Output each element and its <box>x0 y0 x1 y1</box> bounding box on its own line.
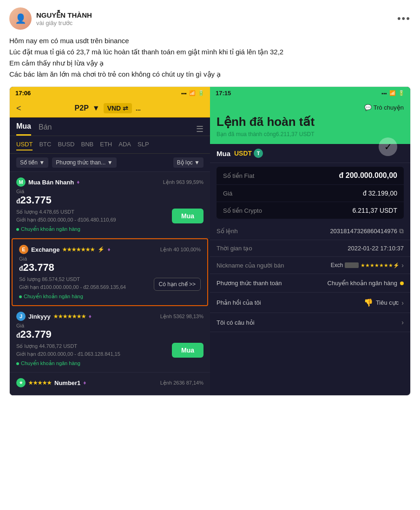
ls-coin-usdt[interactable]: USDT <box>16 141 33 150</box>
ls-coin-bnb[interactable]: BNB <box>81 141 94 150</box>
merchant-2-price: đ23.778 <box>19 262 201 274</box>
usdt-icon: T <box>254 149 263 158</box>
ls-tabs: Mua Bán ☰ <box>10 118 210 136</box>
rs-status-bar: 17:15 ▪▪▪ 📶 🔋 <box>210 87 410 99</box>
rs-price-label: Giá <box>223 190 232 197</box>
rs-title: Lệnh đã hoàn tất <box>217 115 404 129</box>
ls-nav-currency[interactable]: VND ⇄ <box>104 103 132 113</box>
post-text: Hôm nay em có mua usdt trên binance Lúc … <box>9 35 411 80</box>
ls-nav-more[interactable]: ... <box>136 105 141 112</box>
rs-question-row[interactable]: Tôi có câu hỏi › <box>210 313 410 332</box>
ls-filter-payment[interactable]: Phương thức than... ▼ <box>52 157 116 168</box>
rs-payment-value: Chuyển khoản ngân hàng <box>328 280 397 287</box>
post-line-2: Lúc đặt mua tỉ giá có 23,7 mà lúc hoàn t… <box>9 48 283 56</box>
merchant-1-diamond: ♦ <box>77 179 79 185</box>
merchant-1-price-label: Giá <box>16 189 203 194</box>
post-container: 👤 NGUYỄN THÀNH vài giây trước ••• Hôm na… <box>0 0 420 403</box>
rs-seller-row: Nickname của người bán Exch ★★★★★★★⚡ › <box>210 257 410 274</box>
merchant-3: J Jinkyyy ★★★★★★★ ♦ Lệnh 5362 98,13% Giá… <box>10 306 210 373</box>
rs-crypto-label: Số tiền Crypto <box>223 207 262 214</box>
rs-payment-row[interactable]: Phương thức thanh toán Chuyển khoản ngân… <box>210 274 410 293</box>
more-options-icon[interactable]: ••• <box>397 13 411 25</box>
ls-p2p-arrow: ▼ <box>92 104 100 112</box>
rs-time-value: 2022-01-22 17:10:37 <box>348 245 404 252</box>
rs-feedback-value: Tiêu cực <box>376 299 399 306</box>
rs-chat-button[interactable]: 💬 Trò chuyện <box>364 104 404 111</box>
ls-status-bar: 17:06 ▪▪▪ 📶 🔋 <box>10 87 210 99</box>
rs-crypto-value: 6.211,37 USDT <box>353 207 398 214</box>
user-sub: vài giây trước <box>36 20 92 26</box>
merchant-3-diamond: ♦ <box>89 313 92 320</box>
merchant-3-orders: Lệnh 5362 98,13% <box>160 314 203 320</box>
ls-status-icons: ▪▪▪ 📶 🔋 <box>181 90 204 96</box>
merchant-4-diamond: ♦ <box>83 379 86 386</box>
payment-indicator <box>400 281 404 285</box>
rs-signal-icon: ▪▪▪ <box>381 91 387 96</box>
merchant-1-orders: Lệnh 963 99,59% <box>163 179 203 185</box>
username: NGUYỄN THÀNH <box>36 11 92 20</box>
ls-time: 17:06 <box>15 90 31 97</box>
merchant-2-label: Exchange <box>31 246 59 253</box>
rs-header-inner: Lệnh đã hoàn tất Bạn đã mua thành công6.… <box>217 115 404 137</box>
merchant-1-label: Mua Bán Nhanh <box>28 179 74 186</box>
merchant-2-orders: Lệnh 40 100,00% <box>160 247 201 253</box>
rs-order-label: Số lệnh <box>217 228 238 235</box>
rs-price-value: đ 32.199,00 <box>363 190 397 197</box>
merchant-4-name: ★ ★★★★★ Number1 ♦ <box>16 378 86 387</box>
merchant-3-amount-row: Số lượng 44.708,72 USDT Giới hạn đ20.000… <box>16 342 203 358</box>
seller-stars: ★★★★★★★⚡ <box>361 262 400 268</box>
merchant-1-header: M Mua Bán Nhanh ♦ Lệnh 963 99,59% <box>16 177 203 187</box>
ls-filter-more[interactable]: Bộ lọc ▼ <box>173 157 203 168</box>
seller-chevron: › <box>401 262 404 269</box>
merchant-2-payment: Chuyển khoản ngân hàng <box>19 294 201 300</box>
ls-filter-amount[interactable]: Số tiền ▼ <box>16 157 48 168</box>
wifi-icon: 📶 <box>189 90 196 96</box>
rs-battery-icon: 🔋 <box>398 90 405 96</box>
rs-crypto-row: Số tiền Crypto 6.211,37 USDT <box>217 202 404 219</box>
ls-tab-buy[interactable]: Mua <box>16 122 31 136</box>
rs-fiat-label: Số tiền Fiat <box>223 172 254 179</box>
screenshots-container: 17:06 ▪▪▪ 📶 🔋 < P2P ▼ VND ⇄ ... <box>9 86 411 396</box>
rs-mua-label: Mua <box>217 150 230 157</box>
ls-nav: < P2P ▼ VND ⇄ ... <box>10 99 210 118</box>
ls-coin-ada[interactable]: ADA <box>118 141 131 150</box>
merchant-4-stars: ★★★★★ <box>28 380 52 386</box>
merchant-2-bolt: ⚡ <box>98 246 105 253</box>
copy-icon[interactable]: ⧉ <box>399 227 404 235</box>
rs-feedback-right: 👎 Tiêu cực › <box>364 298 404 307</box>
signal-icon: ▪▪▪ <box>181 91 187 96</box>
merchant-2-diamond: ♦ <box>107 246 110 253</box>
rs-header-nav: 💬 Trò chuyện <box>217 104 404 111</box>
rs-time-row: Thời gian tạo 2022-01-22 17:10:37 <box>210 240 410 257</box>
ls-coin-busd[interactable]: BUSD <box>58 141 74 150</box>
merchant-3-buy-button[interactable]: Mua <box>172 343 203 358</box>
rs-body: Mua USDT T Số tiền Fiat đ 200.000.000,00… <box>210 144 410 332</box>
ls-coin-eth[interactable]: ETH <box>100 141 112 150</box>
merchant-4-icon: ★ <box>16 378 26 387</box>
ls-back-button[interactable]: < <box>16 104 21 113</box>
merchant-1-buy-button[interactable]: Mua <box>172 209 203 223</box>
rs-feedback-label: Phản hồi của tôi <box>217 299 261 306</box>
ls-list-icon[interactable]: ☰ <box>196 124 203 134</box>
negative-icon: 👎 <box>364 298 373 307</box>
rs-payment-label: Phương thức thanh toán <box>217 280 282 287</box>
ls-coin-btc[interactable]: BTC <box>39 141 51 150</box>
ls-tab-sell[interactable]: Bán <box>39 123 52 135</box>
ls-coin-slp[interactable]: SLP <box>138 141 149 150</box>
merchant-2-amount-info: Số lượng 86.574,52 USDT Giới hạn đ100.00… <box>19 275 126 291</box>
payment-dot-3 <box>16 362 19 365</box>
merchant-1-amount-info: Số lượng 4.478,65 USDT Giới hạn đ50.000.… <box>16 208 116 223</box>
left-screenshot: 17:06 ▪▪▪ 📶 🔋 < P2P ▼ VND ⇄ ... <box>10 87 210 395</box>
merchant-3-payment: Chuyển khoản ngân hàng <box>16 360 203 366</box>
rs-feedback-row[interactable]: Phản hồi của tôi 👎 Tiêu cực › <box>210 293 410 313</box>
merchant-2-limit-button[interactable]: Có hạn chế >> <box>154 278 201 291</box>
merchant-3-amount-info: Số lượng 44.708,72 USDT Giới hạn đ20.000… <box>16 342 120 358</box>
merchant-4-orders: Lệnh 2636 87,14% <box>160 380 203 386</box>
post-header: 👤 NGUYỄN THÀNH vài giây trước ••• <box>9 7 411 30</box>
rs-checkmark-icon: ✓ <box>379 137 397 156</box>
rs-header: 💬 Trò chuyện Lệnh đã hoàn tất Bạn đã mua… <box>210 99 410 144</box>
post-line-1: Hôm nay em có mua usdt trên binance <box>9 37 129 45</box>
rs-seller-name[interactable]: Exch ★★★★★★★⚡ › <box>331 262 404 269</box>
merchant-4-label: Number1 <box>54 379 80 386</box>
merchant-3-price-label: Giá <box>16 323 203 328</box>
